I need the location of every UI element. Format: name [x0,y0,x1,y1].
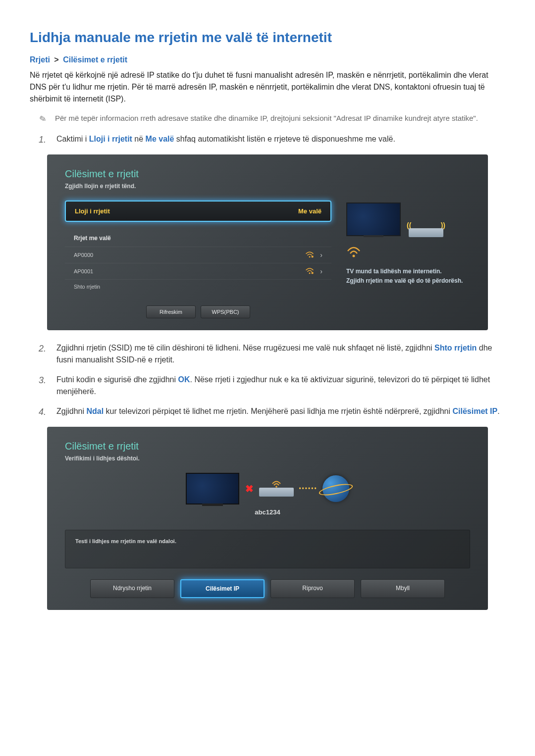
step-number: 2. [39,342,48,366]
step-1: 1. Caktimi i Lloji i rrjetit në Me valë … [39,133,505,147]
step-text: Futni kodin e sigurisë dhe zgjidhni [56,375,178,384]
link-ok: OK [178,375,190,384]
step-4: 4. Zgjidhni Ndal kur televizori përpiqet… [39,405,505,419]
svg-rect-3 [312,272,314,274]
wireless-list-header: Rrjet me valë [65,232,331,247]
wifi-lock-icon [305,252,314,258]
link-wireless: Me valë [146,135,174,143]
connection-failed-icon: ✖ [244,484,254,494]
panel-subtitle: Verifikimi i lidhjes dështoi. [65,455,470,462]
network-settings-panel-list: Cilësimet e rrjetit Zgjidh llojin e rrje… [47,154,488,330]
tv-icon [346,202,401,236]
link-network-type: Lloji i rrjetit [89,135,132,143]
breadcrumb: Rrjeti > Cilësimet e rrjetit [30,55,505,64]
intro-paragraph: Në rrjetet që kërkojnë një adresë IP sta… [30,69,505,105]
wifi-ssid: AP0000 [74,252,93,258]
wifi-icon [346,246,361,258]
side-message-line: Zgjidh rrjetin me valë që do të përdorës… [346,276,470,286]
svg-point-2 [309,272,311,274]
retry-button[interactable]: Riprovo [270,579,355,598]
page-title: Lidhja manuale me rrjetin me valë të int… [30,30,505,46]
router-icon: (( )) [409,228,443,239]
step-3: 3. Futni kodin e sigurisë dhe zgjidhni O… [39,374,505,398]
connection-diagram: ✖ •••••• [65,473,470,504]
connection-dots: •••••• [299,485,317,492]
status-message: Testi i lidhjes me rrjetin me valë ndalo… [75,538,176,544]
step-text: Zgjidhni rrjetin (SSID) me të cilin dësh… [56,344,434,352]
link-ip-settings: Cilësimet IP [453,407,498,415]
refresh-button[interactable]: Rifreskim [146,305,196,318]
pencil-icon: ✎ [37,112,48,127]
step-text: kur televizori përpiqet të lidhet me rrj… [104,407,452,415]
breadcrumb-part-2: Cilësimet e rrjetit [63,55,127,64]
tv-icon [186,473,239,504]
step-text: shfaq automatikisht listën e rrjeteve të… [174,135,395,143]
wifi-network-row[interactable]: AP0000 › [65,247,331,263]
chevron-right-icon: › [320,267,322,275]
network-settings-panel-failed: Cilësimet e rrjetit Verifikimi i lidhjes… [47,427,488,610]
svg-rect-1 [312,256,314,258]
breadcrumb-separator: > [52,55,60,64]
link-add-network: Shto rrjetin [434,344,477,352]
ssid-label: abc1234 [65,508,470,516]
step-number: 4. [39,405,48,419]
step-text: Zgjidhni [56,407,86,415]
chevron-right-icon: › [320,251,322,259]
network-type-select[interactable]: Lloji i rrjetit Me valë [65,201,331,222]
wifi-lock-icon [305,268,314,275]
wifi-network-row[interactable]: AP0001 › [65,263,331,279]
add-network-label: Shto rrjetin [74,284,100,290]
breadcrumb-part-1: Rrjeti [30,55,50,64]
ip-settings-button[interactable]: Cilësimet IP [180,579,265,598]
status-message-box: Testi i lidhjes me rrjetin me valë ndalo… [65,530,470,568]
change-network-button[interactable]: Ndrysho rrjetin [90,579,174,598]
svg-point-4 [353,255,355,257]
side-message-line: TV mund ta lidhësh me internetin. [346,267,470,276]
step-text: në [132,135,146,143]
router-icon [259,481,294,497]
globe-icon [322,475,349,502]
step-text: Caktimi i [56,135,89,143]
wifi-ssid: AP0001 [74,268,93,274]
note: ✎ Për më tepër informacion rreth adresav… [30,111,505,133]
step-2: 2. Zgjidhni rrjetin (SSID) me të cilin d… [39,342,505,366]
close-button[interactable]: Mbyll [361,579,445,598]
svg-point-0 [309,256,311,257]
panel-subtitle: Zgjidh llojin e rrjetit tënd. [65,183,470,190]
wps-button[interactable]: WPS(PBC) [201,305,250,318]
step-text: . [497,407,499,415]
note-text: Për më tepër informacion rreth adresave … [55,113,478,126]
select-label: Lloji i rrjetit [75,207,110,215]
panel-title: Cilësimet e rrjetit [65,441,470,452]
link-stop: Ndal [86,407,104,415]
select-value: Me valë [298,207,321,215]
panel-title: Cilësimet e rrjetit [65,168,470,180]
add-network-row[interactable]: Shto rrjetin [65,279,331,294]
step-number: 1. [39,133,48,147]
step-number: 3. [39,374,48,398]
